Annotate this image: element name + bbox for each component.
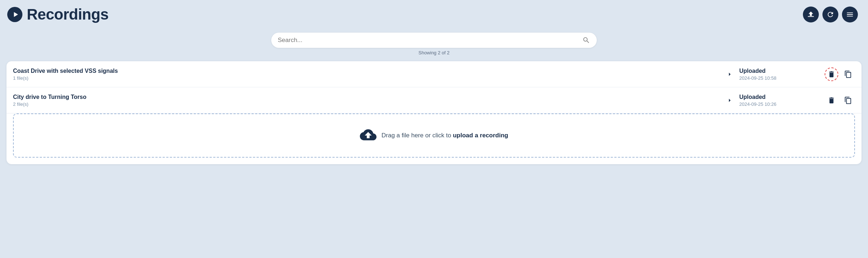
recording-name-1: Coast Drive with selected VSS signals <box>13 68 720 74</box>
refresh-button[interactable] <box>822 7 838 22</box>
chevron-icon-2 <box>720 97 739 104</box>
upload-cloud-icon <box>360 126 376 145</box>
search-icon <box>582 36 590 44</box>
upload-text-link: upload a recording <box>453 132 508 139</box>
menu-button[interactable] <box>842 7 858 22</box>
actions-col-1 <box>825 67 855 81</box>
header: Recordings <box>0 0 868 29</box>
copy-button-2[interactable] <box>841 93 855 107</box>
upload-text-prefix: Drag a file here or click to <box>382 132 453 139</box>
page-title: Recordings <box>27 6 109 23</box>
recording-files-1: 1 file(s) <box>13 75 720 81</box>
status-col-1: Uploaded 2024-09-25 10:58 <box>739 68 819 81</box>
upload-text: Drag a file here or click to upload a re… <box>382 132 509 139</box>
upload-button[interactable] <box>803 7 819 22</box>
actions-col-2 <box>825 93 855 107</box>
status-date-2: 2024-09-25 10:26 <box>739 101 819 107</box>
play-icon <box>7 7 22 22</box>
status-label-2: Uploaded <box>739 94 819 100</box>
search-input[interactable] <box>278 37 582 44</box>
recording-name-2: City drive to Turning Torso <box>13 94 720 100</box>
header-actions <box>803 7 858 22</box>
copy-button-1[interactable] <box>841 67 855 81</box>
recordings-list: Coast Drive with selected VSS signals 1 … <box>7 61 861 164</box>
status-label-1: Uploaded <box>739 68 819 74</box>
table-row: City drive to Turning Torso 2 file(s) Up… <box>7 87 861 113</box>
chevron-icon-1 <box>720 71 739 78</box>
svg-marker-0 <box>14 12 18 17</box>
search-bar <box>271 33 597 48</box>
delete-button-2[interactable] <box>825 93 838 107</box>
status-col-2: Uploaded 2024-09-25 10:26 <box>739 94 819 107</box>
delete-button-1[interactable] <box>825 67 838 81</box>
recording-files-2: 2 file(s) <box>13 101 720 107</box>
upload-drop-zone[interactable]: Drag a file here or click to upload a re… <box>13 113 855 158</box>
header-left: Recordings <box>7 6 109 23</box>
recording-info-2[interactable]: City drive to Turning Torso 2 file(s) <box>13 94 720 107</box>
status-date-1: 2024-09-25 10:58 <box>739 75 819 81</box>
showing-count: Showing 2 of 2 <box>418 50 450 55</box>
search-area: Showing 2 of 2 <box>0 29 868 58</box>
recording-info-1[interactable]: Coast Drive with selected VSS signals 1 … <box>13 68 720 81</box>
table-row: Coast Drive with selected VSS signals 1 … <box>7 61 861 87</box>
